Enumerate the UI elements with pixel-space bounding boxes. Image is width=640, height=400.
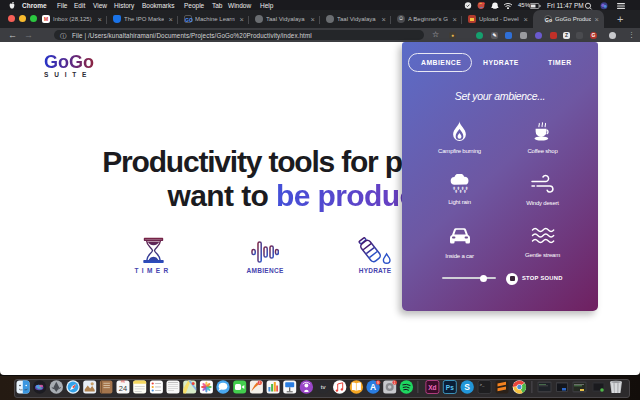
svg-text:S: S [464,382,470,392]
svg-text:Xd: Xd [428,384,436,391]
svg-text:24: 24 [119,384,127,393]
svg-text:✝: ✝ [459,189,463,193]
svg-text:✝: ✝ [463,189,467,193]
svg-text:✝: ✝ [454,189,458,193]
svg-text:A: A [370,382,376,392]
svg-text:tv: tv [321,384,326,390]
svg-text:FRI: FRI [121,380,125,384]
svg-text:Ps: Ps [446,384,454,391]
svg-text:>_: >_ [480,383,485,387]
